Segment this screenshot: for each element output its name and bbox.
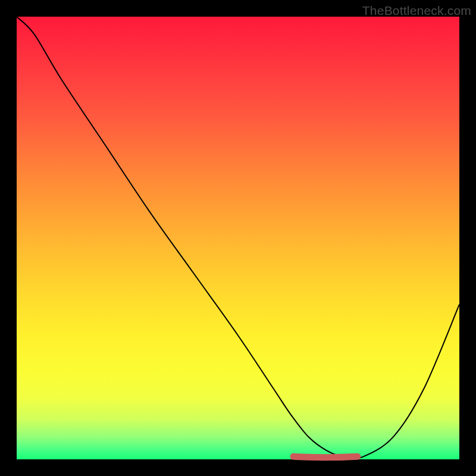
bottleneck-curve [17,17,459,459]
chart-frame: TheBottleneck.com [0,0,476,476]
sweet-spot-marker [293,456,358,458]
curve-svg [17,17,459,459]
plot-area [17,17,459,459]
watermark-text: TheBottleneck.com [362,4,471,18]
